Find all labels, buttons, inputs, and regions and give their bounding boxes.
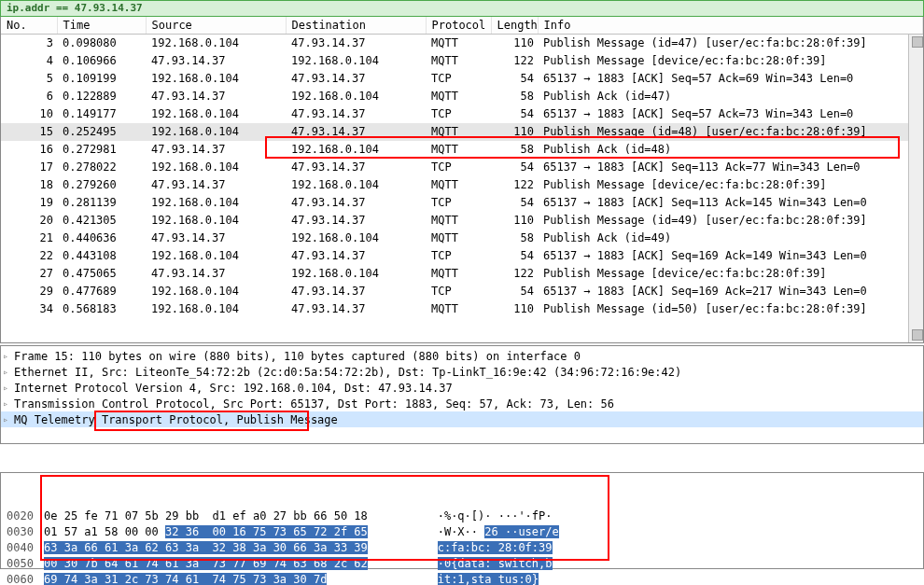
cell: 21: [1, 230, 57, 247]
hex-row[interactable]: 006069 74 3a 31 2c 73 74 61 74 75 73 3a …: [7, 572, 917, 585]
filter-text: ip.addr == 47.93.14.37: [7, 2, 143, 14]
hex-row[interactable]: 004063 3a 66 61 3a 62 63 3a 32 38 3a 30 …: [7, 540, 917, 556]
detail-line[interactable]: Frame 15: 110 bytes on wire (880 bits), …: [1, 348, 923, 364]
packet-list-pane[interactable]: No. Time Source Destination Protocol Len…: [0, 17, 924, 343]
col-dst[interactable]: Destination: [286, 17, 426, 35]
hex-addr: 0040: [7, 540, 44, 556]
hex-bytes: 63 3a 66 61 3a 62 63 3a 32 38 3a 30 66 3…: [44, 540, 417, 556]
table-row[interactable]: 170.278022192.168.0.10447.93.14.37TCP546…: [1, 159, 923, 176]
cell: 122: [491, 265, 538, 283]
cell: 0.279260: [57, 176, 146, 194]
cell: 192.168.0.104: [286, 265, 426, 283]
table-row[interactable]: 180.27926047.93.14.37192.168.0.104MQTT12…: [1, 176, 923, 194]
table-row[interactable]: 40.10696647.93.14.37192.168.0.104MQTT122…: [1, 52, 923, 70]
cell: 27: [1, 265, 57, 283]
hex-bytes: 00 30 7b 64 61 74 61 3a 73 77 69 74 63 6…: [44, 556, 417, 572]
hex-ascii: c:fa:bc: 28:0f:39: [438, 540, 624, 556]
cell: 54: [491, 283, 538, 300]
cell: 0.109199: [57, 70, 146, 88]
cell: 58: [491, 88, 538, 105]
hex-bytes: 0e 25 fe 71 07 5b 29 bb d1 ef a0 27 bb 6…: [44, 508, 417, 524]
cell: 6: [1, 88, 57, 105]
packet-scrollbar[interactable]: [908, 35, 923, 342]
col-src[interactable]: Source: [146, 17, 286, 35]
cell: 110: [491, 300, 538, 318]
detail-line[interactable]: Internet Protocol Version 4, Src: 192.16…: [1, 380, 923, 396]
cell: 122: [491, 176, 538, 194]
cell: 47.93.14.37: [146, 88, 286, 105]
cell: 0.278022: [57, 159, 146, 176]
cell: 34: [1, 300, 57, 318]
cell: TCP: [426, 105, 491, 123]
cell: MQTT: [426, 300, 491, 318]
table-row[interactable]: 290.477689192.168.0.10447.93.14.37TCP546…: [1, 283, 923, 300]
table-row[interactable]: 340.568183192.168.0.10447.93.14.37MQTT11…: [1, 300, 923, 318]
table-row[interactable]: 30.098080192.168.0.10447.93.14.37MQTT110…: [1, 35, 923, 53]
cell: 47.93.14.37: [286, 247, 426, 265]
cell: Publish Message (id=47) [user/ec:fa:bc:2…: [538, 35, 923, 53]
cell: TCP: [426, 194, 491, 212]
detail-line[interactable]: Transmission Control Protocol, Src Port:…: [1, 396, 923, 411]
cell: Publish Message [device/ec:fa:bc:28:0f:3…: [538, 265, 923, 283]
col-time[interactable]: Time: [57, 17, 146, 35]
cell: 192.168.0.104: [146, 105, 286, 123]
cell: 65137 → 1883 [ACK] Seq=113 Ack=77 Win=34…: [538, 159, 923, 176]
cell: 20: [1, 212, 57, 230]
col-info[interactable]: Info: [538, 17, 923, 35]
hex-row[interactable]: 005000 30 7b 64 61 74 61 3a 73 77 69 74 …: [7, 556, 917, 572]
col-proto[interactable]: Protocol: [426, 17, 491, 35]
detail-tree-pane[interactable]: Frame 15: 110 bytes on wire (880 bits), …: [0, 345, 924, 444]
cell: MQTT: [426, 176, 491, 194]
cell: 54: [491, 194, 538, 212]
hex-ascii: ·%·q·[)· ···'·fP·: [438, 508, 624, 524]
table-row[interactable]: 220.443108192.168.0.10447.93.14.37TCP546…: [1, 247, 923, 265]
cell: 4: [1, 52, 57, 70]
cell: 192.168.0.104: [286, 141, 426, 159]
cell: 16: [1, 141, 57, 159]
table-row[interactable]: 50.109199192.168.0.10447.93.14.37TCP5465…: [1, 70, 923, 88]
table-row[interactable]: 270.47506547.93.14.37192.168.0.104MQTT12…: [1, 265, 923, 283]
cell: 192.168.0.104: [146, 194, 286, 212]
cell: 47.93.14.37: [286, 283, 426, 300]
hex-bytes: 69 74 3a 31 2c 73 74 61 74 75 73 3a 30 7…: [44, 572, 417, 585]
cell: Publish Ack (id=48): [538, 141, 923, 159]
cell: 0.475065: [57, 265, 146, 283]
cell: Publish Ack (id=47): [538, 88, 923, 105]
table-row[interactable]: 190.281139192.168.0.10447.93.14.37TCP546…: [1, 194, 923, 212]
col-no[interactable]: No.: [1, 17, 57, 35]
cell: 47.93.14.37: [146, 230, 286, 247]
cell: 5: [1, 70, 57, 88]
cell: 17: [1, 159, 57, 176]
hex-ascii: it:1,sta tus:0}: [438, 572, 624, 585]
filter-bar[interactable]: ip.addr == 47.93.14.37: [0, 0, 924, 17]
table-row[interactable]: 200.421305192.168.0.10447.93.14.37MQTT11…: [1, 212, 923, 230]
cell: 65137 → 1883 [ACK] Seq=57 Ack=73 Win=343…: [538, 105, 923, 123]
cell: TCP: [426, 70, 491, 88]
cell: Publish Message [device/ec:fa:bc:28:0f:3…: [538, 176, 923, 194]
cell: TCP: [426, 283, 491, 300]
hex-addr: 0050: [7, 556, 44, 572]
col-len[interactable]: Length: [491, 17, 538, 35]
hex-dump-pane[interactable]: 00200e 25 fe 71 07 5b 29 bb d1 ef a0 27 …: [0, 472, 924, 569]
cell: 110: [491, 212, 538, 230]
cell: MQTT: [426, 35, 491, 53]
cell: 0.252495: [57, 123, 146, 141]
detail-line[interactable]: Ethernet II, Src: LiteonTe_54:72:2b (2c:…: [1, 364, 923, 380]
table-row[interactable]: 160.27298147.93.14.37192.168.0.104MQTT58…: [1, 141, 923, 159]
cell: 15: [1, 123, 57, 141]
cell: MQTT: [426, 88, 491, 105]
cell: 192.168.0.104: [146, 159, 286, 176]
cell: MQTT: [426, 141, 491, 159]
packet-table[interactable]: No. Time Source Destination Protocol Len…: [1, 17, 923, 318]
packet-header-row[interactable]: No. Time Source Destination Protocol Len…: [1, 17, 923, 35]
cell: 0.421305: [57, 212, 146, 230]
hex-row[interactable]: 003001 57 a1 58 00 00 32 36 00 16 75 73 …: [7, 524, 917, 540]
table-row[interactable]: 210.44063647.93.14.37192.168.0.104MQTT58…: [1, 230, 923, 247]
cell: 65137 → 1883 [ACK] Seq=169 Ack=149 Win=3…: [538, 247, 923, 265]
table-row[interactable]: 60.12288947.93.14.37192.168.0.104MQTT58P…: [1, 88, 923, 105]
table-row[interactable]: 100.149177192.168.0.10447.93.14.37TCP546…: [1, 105, 923, 123]
detail-line[interactable]: MQ Telemetry Transport Protocol, Publish…: [1, 411, 923, 427]
table-row[interactable]: 150.252495192.168.0.10447.93.14.37MQTT11…: [1, 123, 923, 141]
hex-row[interactable]: 00200e 25 fe 71 07 5b 29 bb d1 ef a0 27 …: [7, 508, 917, 524]
hex-ascii: ·0{data: switch,b: [438, 556, 624, 572]
